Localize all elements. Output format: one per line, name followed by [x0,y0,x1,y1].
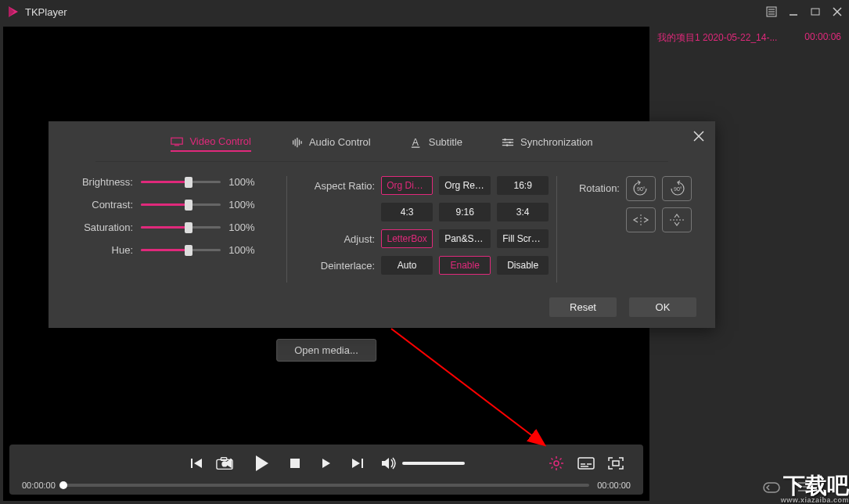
rotation-label: Rotation: [573,176,620,194]
playlist-item-name: 我的项目1 2020-05-22_14-... [657,31,777,45]
deinterlace-label: Deinterlace: [303,260,375,272]
subtitle-button[interactable] [577,455,595,472]
playlist-item[interactable]: 我的项目1 2020-05-22_14-... 00:00:06 [649,27,849,49]
play-button[interactable] [250,452,272,474]
aspect-ratio-label: Aspect Ratio: [303,180,375,192]
tab-audio-control[interactable]: Audio Control [290,132,371,152]
close-button[interactable] [832,6,843,17]
playlist-item-duration: 00:00:06 [804,31,841,45]
svg-text:A: A [412,137,419,148]
options-column: Aspect Ratio: Org Display Org Res... 16:… [295,176,549,283]
svg-marker-1 [9,6,15,17]
svg-point-59 [504,139,506,141]
aspect-3-4[interactable]: 3:4 [497,203,549,221]
tab-subtitle[interactable]: A Subtitle [410,132,462,152]
current-time: 00:00:00 [22,481,56,490]
contrast-slider[interactable]: Contrast: 100% [72,199,263,211]
saturation-slider[interactable]: Saturation: 100% [72,221,263,233]
rotation-column: Rotation: 90° 90° [565,176,692,283]
svg-rect-19 [290,459,300,468]
svg-text:90°: 90° [637,186,646,192]
svg-line-30 [552,459,553,460]
aspect-org-res[interactable]: Org Res... [439,176,491,195]
prev-track-button[interactable] [188,455,205,472]
svg-marker-15 [194,459,202,468]
adjust-label: Adjust: [303,233,375,245]
tab-synchronization[interactable]: Synchronization [502,132,593,152]
app-logo: TKPlayer [6,5,67,19]
svg-rect-21 [330,459,332,468]
aspect-9-16[interactable]: 9:16 [439,203,491,221]
svg-text:90°: 90° [674,186,682,192]
watermark: 下载吧 www.xiazaiba.com [781,475,849,504]
aspect-org-display[interactable]: Org Display [381,176,433,195]
adjust-fillscreen[interactable]: Fill Screen [497,229,549,248]
brightness-slider[interactable]: Brightness: 100% [72,176,263,188]
maximize-button[interactable] [810,6,821,17]
step-forward-button[interactable] [318,455,335,472]
svg-line-32 [552,467,553,469]
rotate-cw-button[interactable]: 90° [662,176,692,201]
stop-button[interactable] [286,455,304,472]
svg-point-61 [506,144,509,146]
menu-button[interactable] [766,6,777,17]
app-logo-icon [6,5,20,19]
sliders-column: Brightness: 100% Contrast: 100% Saturati… [72,176,279,283]
svg-marker-20 [322,459,330,468]
svg-marker-18 [256,455,268,471]
audio-icon [290,137,303,148]
svg-line-33 [560,459,562,460]
sync-icon [502,137,514,148]
dialog-close-button[interactable] [693,131,704,145]
flip-vertical-button[interactable] [662,207,692,232]
reset-button[interactable]: Reset [549,297,617,317]
open-media-button[interactable]: Open media... [276,339,376,362]
svg-rect-34 [578,458,594,469]
minimize-button[interactable] [788,6,799,17]
svg-rect-11 [221,458,226,461]
svg-rect-47 [171,138,182,144]
rotate-ccw-button[interactable]: 90° [626,176,656,201]
aspect-16-9[interactable]: 16:9 [497,176,549,195]
total-time: 00:00:00 [597,481,631,490]
tab-video-control[interactable]: Video Control [171,132,251,152]
flip-horizontal-button[interactable] [626,207,656,232]
deinterlace-enable[interactable]: Enable [439,256,491,275]
app-title: TKPlayer [25,6,67,18]
adjust-letterbox[interactable]: LetterBox [381,229,433,248]
subtitle-a-icon: A [410,137,423,148]
svg-point-60 [509,141,511,143]
loop-mode-button[interactable] [761,481,782,496]
next-track-button[interactable] [349,455,366,472]
monitor-icon [171,136,183,147]
svg-rect-38 [613,461,619,466]
hue-slider[interactable]: Hue: 100% [72,244,263,256]
svg-marker-24 [382,458,389,469]
controls-bar: 00:00:00 00:00:00 [9,445,643,495]
deinterlace-disable[interactable]: Disable [497,256,549,275]
progress-bar[interactable] [63,484,589,487]
snapshot-button[interactable] [216,455,233,472]
svg-rect-14 [191,459,192,468]
aspect-4-3[interactable]: 4:3 [381,203,433,221]
fullscreen-button[interactable] [607,455,624,472]
svg-marker-22 [352,459,360,468]
svg-rect-7 [811,9,819,15]
volume-button[interactable] [380,455,398,472]
deinterlace-auto[interactable]: Auto [381,256,433,275]
titlebar: TKPlayer [0,0,849,23]
svg-point-25 [554,461,559,466]
adjust-panscan[interactable]: Pan&Scan [439,229,491,248]
video-control-dialog: Video Control Audio Control A Subtitle S… [49,121,715,328]
settings-button[interactable] [548,455,565,472]
ok-button[interactable]: OK [629,297,696,317]
svg-line-31 [560,467,562,469]
svg-point-12 [221,461,227,466]
svg-rect-23 [362,459,363,468]
volume-slider[interactable] [402,462,465,465]
